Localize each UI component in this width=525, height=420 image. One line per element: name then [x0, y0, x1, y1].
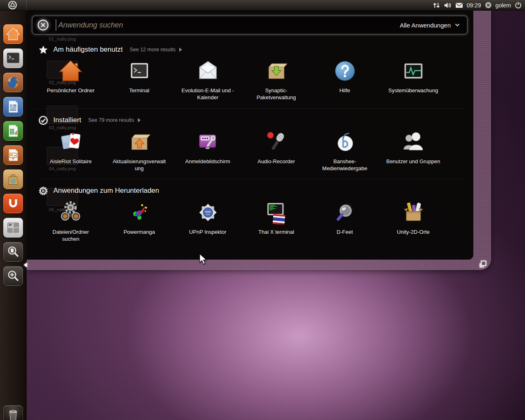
- app-label: Evolution-E-Mail und -Kalender: [180, 87, 235, 101]
- app-result[interactable]: Benutzer und Gruppen: [386, 129, 441, 172]
- app-result[interactable]: Aktualisierungsverwaltung: [112, 129, 167, 172]
- app-label: Dateien/Ordner suchen: [43, 229, 98, 243]
- launcher-item-applications-lens[interactable]: [3, 266, 23, 286]
- expand-arrow-icon[interactable]: [179, 48, 182, 52]
- app-label: D-Feet: [337, 229, 353, 236]
- check-circle-icon: [38, 116, 48, 125]
- apps-row: Dateien/Ordner suchen: [37, 199, 467, 243]
- active-lens-arrow: [24, 262, 27, 267]
- filter-dropdown[interactable]: Alle Anwendungen: [400, 22, 467, 29]
- users-icon: [400, 129, 426, 155]
- app-result[interactable]: UPnP Inspektor: [189, 199, 226, 243]
- app-result[interactable]: Persönlicher Ordner: [47, 58, 94, 101]
- package-up-icon: [126, 129, 153, 155]
- section-divider: [35, 179, 465, 179]
- search-input[interactable]: [56, 21, 400, 30]
- app-result[interactable]: Audio-Recorder: [258, 129, 295, 172]
- app-label: Thai X terminal: [258, 229, 294, 236]
- app-result[interactable]: D-Feet: [332, 199, 358, 243]
- app-label: Terminal: [129, 87, 149, 94]
- app-result[interactable]: Synaptic-Paketverwaltung: [249, 58, 304, 101]
- clear-search-icon[interactable]: [37, 19, 49, 31]
- app-result[interactable]: Thai X terminal: [258, 199, 294, 243]
- section-title: Am häufigsten benutzt: [53, 46, 123, 54]
- apps-row: Persönlicher Ordner Terminal: [37, 58, 467, 101]
- unity-launcher: [0, 11, 27, 420]
- app-result[interactable]: Systemüberwachung: [388, 58, 438, 101]
- launcher-item-terminal[interactable]: [3, 48, 23, 68]
- dash-maximize-icon[interactable]: [479, 260, 487, 268]
- network-arrows-icon[interactable]: [433, 2, 440, 9]
- apps-row: AisleRiot Solitaire Aktualisierungsverwa…: [37, 129, 467, 172]
- app-result[interactable]: Anmeldebildschirm: [185, 129, 231, 172]
- launcher-item-files-lens[interactable]: [3, 242, 23, 262]
- launcher-item-libreoffice-writer[interactable]: [3, 97, 23, 116]
- app-label: Audio-Recorder: [258, 158, 295, 165]
- section-title: Installiert: [53, 116, 81, 124]
- app-label: Powermanga: [123, 229, 155, 236]
- banshee-icon: [332, 129, 358, 155]
- chevron-down-icon: [455, 23, 460, 27]
- see-more-link[interactable]: See 12 more results: [130, 47, 176, 52]
- launcher-item-trash[interactable]: [3, 405, 23, 420]
- section-installed: Installiert See 79 more results: [38, 115, 141, 126]
- indicator-tray: 09:29 golem: [433, 2, 525, 9]
- dash-overlay: 01_natty.png 02_natty.png 03_natty.png 0…: [27, 11, 491, 270]
- help-question-icon: [332, 58, 358, 84]
- binoculars-gear-icon: [58, 199, 84, 226]
- package-down-icon: [263, 58, 290, 84]
- rocket-game-icon: [126, 199, 152, 226]
- app-result[interactable]: Unity-2D-Orte: [397, 199, 429, 243]
- app-result[interactable]: Evolution-E-Mail und -Kalender: [180, 58, 235, 101]
- app-label: Unity-2D-Orte: [397, 229, 429, 236]
- sync-status-icon[interactable]: [485, 2, 492, 9]
- top-panel: 09:29 golem: [0, 0, 525, 11]
- terminal-icon: [126, 58, 153, 84]
- panel-separator: [26, 0, 27, 11]
- home-folder-icon: [57, 58, 84, 84]
- app-result[interactable]: Terminal: [126, 58, 153, 101]
- filter-label: Alle Anwendungen: [400, 22, 451, 29]
- app-label: UPnP Inspektor: [189, 229, 226, 236]
- username-menu[interactable]: golem: [495, 2, 511, 9]
- launcher-item-software-center[interactable]: [3, 169, 23, 189]
- app-result[interactable]: Banshee-Medienwiedergabe: [317, 129, 372, 172]
- launcher-item-ubuntu-one[interactable]: [3, 194, 23, 213]
- launcher-item-home[interactable]: [3, 24, 23, 44]
- section-downloadable: Anwendungen zum Herunterladen: [38, 185, 159, 196]
- dash-search-bar: Alle Anwendungen: [32, 16, 468, 34]
- toolbox-icon: [400, 199, 427, 226]
- launcher-item-firefox[interactable]: [3, 73, 23, 92]
- download-badge-icon: [38, 186, 48, 196]
- mail-icon[interactable]: [455, 2, 463, 8]
- microphone-icon: [263, 129, 289, 155]
- section-divider: [35, 108, 465, 109]
- app-label: Hilfe: [339, 87, 350, 94]
- login-screen-icon: [194, 129, 221, 155]
- mail-envelope-icon: [195, 58, 221, 84]
- desktop-screen: 09:29 golem: [0, 0, 525, 420]
- magnifier-paw-icon: [332, 199, 358, 226]
- launcher-item-libreoffice-impress[interactable]: [3, 145, 23, 165]
- app-label: AisleRiot Solitaire: [50, 158, 92, 165]
- power-icon[interactable]: [515, 2, 522, 9]
- app-result[interactable]: Dateien/Ordner suchen: [43, 199, 98, 243]
- app-label: Banshee-Medienwiedergabe: [317, 158, 372, 172]
- launcher-item-libreoffice-calc[interactable]: [3, 121, 23, 141]
- app-result[interactable]: AisleRiot Solitaire: [50, 129, 92, 172]
- launcher-item-workspace-switcher[interactable]: [3, 218, 23, 237]
- file-label: 01_natty.png: [45, 37, 80, 41]
- playing-cards-icon: [58, 129, 84, 155]
- app-label: Synaptic-Paketverwaltung: [249, 87, 304, 101]
- volume-icon[interactable]: [444, 2, 452, 9]
- clock[interactable]: 09:29: [467, 2, 481, 9]
- app-result[interactable]: Hilfe: [332, 58, 358, 101]
- mouse-cursor: [199, 253, 207, 267]
- app-label: Benutzer und Gruppen: [386, 158, 441, 165]
- expand-arrow-icon[interactable]: [138, 118, 141, 122]
- section-title: Anwendungen zum Herunterladen: [53, 187, 159, 195]
- star-icon: [38, 45, 48, 55]
- ubuntu-logo[interactable]: [8, 0, 17, 10]
- app-result[interactable]: Powermanga: [123, 199, 155, 243]
- see-more-link[interactable]: See 79 more results: [88, 117, 134, 123]
